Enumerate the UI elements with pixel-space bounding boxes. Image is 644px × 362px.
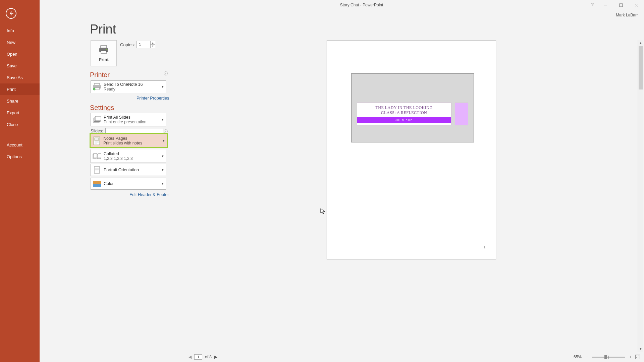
help-icon[interactable]: ? (591, 2, 594, 7)
zoom-in-button[interactable]: + (628, 354, 633, 360)
svg-rect-13 (95, 138, 99, 140)
print-layout-dropdown[interactable]: Notes Pages Print slides with notes ▼ (90, 133, 168, 148)
prev-page-button[interactable]: ◀ (189, 355, 192, 359)
preview-scrollbar[interactable]: ▲ ▼ (638, 40, 643, 352)
print-what-line1: Print All Slides (104, 115, 159, 120)
collate-line2: 1,2,3 1,2,3 1,2,3 (104, 156, 159, 161)
vertical-divider (178, 20, 178, 353)
zoom-fit-button[interactable]: ⛶ (635, 355, 640, 359)
sidebar-item-options[interactable]: Options (0, 151, 40, 163)
color-swatch-icon (91, 181, 103, 187)
maximize-button[interactable] (613, 0, 629, 10)
sidebar-item-close[interactable]: Close (0, 119, 40, 130)
sidebar-item-share[interactable]: Share (0, 95, 40, 107)
chevron-down-icon: ▼ (160, 168, 166, 172)
scroll-up-icon[interactable]: ▲ (638, 40, 643, 46)
svg-rect-0 (620, 4, 623, 7)
minimize-button[interactable] (598, 0, 613, 10)
svg-rect-3 (101, 51, 106, 54)
user-name[interactable]: Mark LaBarr (616, 13, 638, 17)
print-what-line2: Print entire presentation (104, 120, 159, 124)
printer-dropdown[interactable]: Send To OneNote 16 Ready ▼ (91, 80, 166, 93)
print-preview: THE LADY IN THE LOOKING GLASS: A REFLECT… (186, 40, 637, 352)
print-button[interactable]: Print (91, 40, 117, 66)
sidebar-item-open[interactable]: Open (0, 48, 40, 60)
sidebar-item-export[interactable]: Export (0, 107, 40, 119)
copies-label: Copies: (120, 42, 135, 47)
slide-title-line1: THE LADY IN THE LOOKING (375, 105, 432, 110)
preview-page: THE LADY IN THE LOOKING GLASS: A REFLECT… (327, 40, 496, 259)
slide-side-box (455, 103, 468, 125)
sidebar-item-info[interactable]: Info (0, 25, 40, 37)
svg-point-4 (106, 49, 107, 50)
title-bar: Story Chat - PowerPoint ? (79, 0, 644, 10)
sidebar-item-save[interactable]: Save (0, 60, 40, 72)
sidebar-item-saveas[interactable]: Save As (0, 72, 40, 83)
collate-icon (91, 153, 103, 160)
printer-status: Ready (104, 87, 159, 92)
color-value: Color (104, 181, 159, 186)
copies-input[interactable] (137, 42, 150, 47)
print-what-dropdown[interactable]: Print All Slides Print entire presentati… (91, 113, 166, 126)
scroll-thumb[interactable] (639, 46, 643, 89)
zoom-slider[interactable] (592, 357, 625, 358)
print-layout-line2: Print slides with notes (103, 141, 160, 145)
svg-rect-1 (101, 46, 107, 48)
sidebar-item-new[interactable]: New (0, 37, 40, 48)
copies-stepper[interactable]: ▲ ▼ (137, 41, 156, 48)
svg-rect-18 (94, 167, 100, 173)
printer-name: Send To OneNote 16 (104, 82, 159, 87)
notes-page-icon (91, 136, 103, 145)
preview-page-number: 1 (484, 245, 486, 249)
print-button-label: Print (99, 57, 109, 62)
collate-dropdown[interactable]: Collated 1,2,3 1,2,3 1,2,3 ▼ (91, 149, 166, 163)
page-title: Print (90, 22, 116, 37)
printer-info-icon[interactable]: i (164, 71, 168, 75)
edit-header-footer-link[interactable]: Edit Header & Footer (129, 192, 169, 197)
slide-subtitle: JOHN DOE (357, 117, 451, 123)
settings-section-header: Settings (90, 104, 114, 112)
color-dropdown[interactable]: Color ▼ (91, 178, 166, 190)
back-button[interactable] (6, 8, 16, 19)
slide-title-line2: GLASS: A REFLECTION (381, 110, 427, 115)
collate-line1: Collated (104, 152, 159, 156)
backstage-sidebar: Info New Open Save Save As Print Share E… (0, 0, 40, 362)
sidebar-item-account[interactable]: Account (0, 139, 40, 151)
slide-thumbnail: THE LADY IN THE LOOKING GLASS: A REFLECT… (351, 73, 474, 142)
svg-rect-11 (95, 116, 101, 121)
scroll-down-icon[interactable]: ▼ (638, 346, 643, 352)
slides-stack-icon (91, 116, 103, 123)
orientation-value: Portrait Orientation (104, 168, 159, 172)
window-title: Story Chat - PowerPoint (340, 3, 383, 7)
portrait-icon (91, 166, 103, 174)
printer-properties-link[interactable]: Printer Properties (137, 96, 169, 101)
preview-footer: ◀ of 8 ▶ 65% − + ⛶ (186, 353, 644, 361)
chevron-down-icon: ▼ (160, 182, 166, 185)
printer-device-icon (91, 83, 103, 90)
chevron-down-icon: ▼ (160, 118, 166, 121)
chevron-down-icon: ▼ (161, 139, 167, 142)
slides-label: Slides: (91, 129, 103, 133)
zoom-level: 65% (574, 355, 582, 359)
backstage-main: Story Chat - PowerPoint ? Mark LaBarr Pr… (40, 0, 644, 362)
svg-rect-5 (94, 83, 100, 85)
sidebar-item-print[interactable]: Print (0, 83, 40, 95)
printer-section-header: Printer (90, 71, 110, 79)
orientation-dropdown[interactable]: Portrait Orientation ▼ (91, 164, 166, 176)
svg-rect-15 (94, 154, 97, 158)
copies-step-down[interactable]: ▼ (151, 45, 155, 48)
copies-step-up[interactable]: ▲ (151, 41, 155, 45)
current-page-input[interactable] (194, 354, 202, 360)
total-pages-label: of 8 (205, 355, 212, 359)
chevron-down-icon: ▼ (160, 155, 166, 158)
printer-icon (98, 45, 109, 54)
zoom-out-button[interactable]: − (584, 354, 589, 360)
chevron-down-icon: ▼ (160, 85, 166, 88)
print-layout-line1: Notes Pages (103, 136, 160, 141)
svg-rect-19 (93, 181, 101, 184)
next-page-button[interactable]: ▶ (214, 355, 217, 359)
close-button[interactable] (629, 0, 644, 10)
svg-rect-17 (98, 154, 101, 158)
svg-rect-20 (93, 184, 101, 187)
